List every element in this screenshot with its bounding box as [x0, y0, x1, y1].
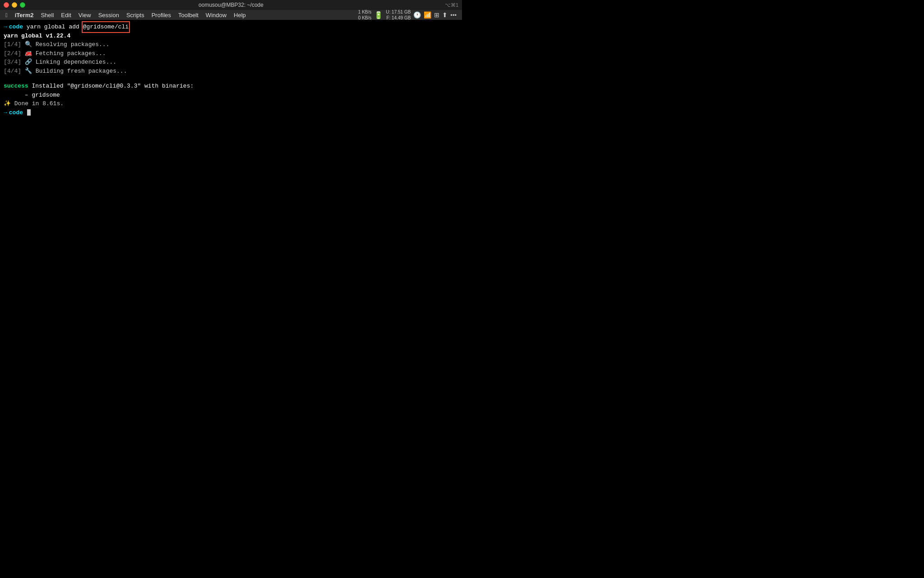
network-download: 0 KB/s: [358, 15, 371, 21]
step-4-bracket: [4/4]: [4, 67, 25, 76]
step-4-text: Building fresh packages...: [36, 67, 127, 76]
step-2: [2/4] 🚒 Fetching packages...: [4, 49, 458, 58]
terminal-area[interactable]: → code yarn global add @gridsome/cli yar…: [0, 20, 462, 289]
done-text: Done in 8.61s.: [11, 99, 64, 108]
status-area: 1 KB/s 0 KB/s 🔋 U: 17.51 GB F: 14.49 GB …: [358, 9, 460, 21]
step-1-icon: 🔍: [25, 40, 36, 49]
battery-icon: 🔋: [374, 11, 383, 19]
apple-menu[interactable]: : [2, 12, 11, 19]
menu-profiles[interactable]: Profiles: [148, 11, 175, 19]
titlebar: oomusou@MBP32: ~/code ⌥⌘1: [0, 0, 462, 10]
yarn-version-text: yarn global v1.22.4: [4, 32, 70, 41]
prompt-arrow-1: →: [4, 23, 7, 32]
time-icon: 🕐: [413, 11, 421, 19]
menu-window[interactable]: Window: [202, 11, 230, 19]
tab-shortcut: ⌥⌘1: [445, 2, 462, 8]
menubar:  iTerm2 Shell Edit View Session Scripts…: [0, 10, 462, 20]
menu-session[interactable]: Session: [95, 11, 123, 19]
prompt-dir-1: code: [9, 23, 23, 32]
menu-edit[interactable]: Edit: [57, 11, 74, 19]
success-line: success Installed "@gridsome/cli@0.3.3" …: [4, 82, 458, 91]
menu-toolbelt[interactable]: Toolbelt: [175, 11, 202, 19]
menu-help[interactable]: Help: [230, 11, 249, 19]
success-text: Installed "@gridsome/cli@0.3.3" with bin…: [28, 82, 194, 91]
step-3-icon: 🔗: [25, 58, 36, 67]
done-line: ✨ Done in 8.61s.: [4, 99, 458, 108]
step-1-bracket: [1/4]: [4, 40, 25, 49]
step-3-bracket: [3/4]: [4, 58, 25, 67]
network-stats: 1 KB/s 0 KB/s: [358, 9, 371, 21]
command-line-1: → code yarn global add @gridsome/cli: [4, 23, 458, 32]
prompt-arrow-2: →: [4, 108, 7, 117]
sparkle-icon: ✨: [4, 99, 11, 108]
menu-iterm2[interactable]: iTerm2: [11, 11, 37, 19]
binary-line: – gridsome: [4, 91, 458, 100]
yarn-version-line: yarn global v1.22.4: [4, 32, 458, 41]
step-4-icon: 🔧: [25, 67, 36, 76]
close-button[interactable]: [4, 2, 9, 8]
menu-view[interactable]: View: [75, 11, 95, 19]
command-line-2: → code: [4, 108, 458, 117]
cmd-yarn-global: yarn global add: [27, 23, 83, 32]
minimize-button[interactable]: [12, 2, 17, 8]
disk-stats: U: 17.51 GB F: 14.49 GB: [386, 9, 411, 21]
step-4: [4/4] 🔧 Building fresh packages...: [4, 67, 458, 76]
wifi-icon: 📶: [424, 11, 431, 19]
step-3-text: Linking dependencies...: [36, 58, 116, 67]
cursor: [23, 108, 31, 117]
blank-line-1: [4, 75, 458, 82]
cmd-gridsome-cli: @gridsome/cli: [83, 23, 129, 32]
control-center-icon: ⊞: [434, 11, 439, 19]
success-word: success: [4, 82, 28, 91]
binary-text: – gridsome: [4, 91, 60, 100]
more-icon: •••: [450, 12, 457, 19]
pointer-icon: ⬆: [442, 11, 448, 19]
step-1: [1/4] 🔍 Resolving packages...: [4, 40, 458, 49]
prompt-space-1: [23, 23, 27, 32]
window-title: oomusou@MBP32: ~/code: [199, 2, 263, 8]
maximize-button[interactable]: [20, 2, 25, 8]
step-2-icon: 🚒: [25, 49, 36, 58]
prompt-dir-2: code: [9, 108, 23, 117]
disk-free: F: 14.49 GB: [386, 15, 411, 21]
step-3: [3/4] 🔗 Linking dependencies...: [4, 58, 458, 67]
menu-shell[interactable]: Shell: [37, 11, 57, 19]
step-1-text: Resolving packages...: [36, 40, 110, 49]
step-2-bracket: [2/4]: [4, 49, 25, 58]
step-2-text: Fetching packages...: [36, 49, 106, 58]
menu-scripts[interactable]: Scripts: [123, 11, 148, 19]
traffic-lights: [0, 2, 25, 8]
